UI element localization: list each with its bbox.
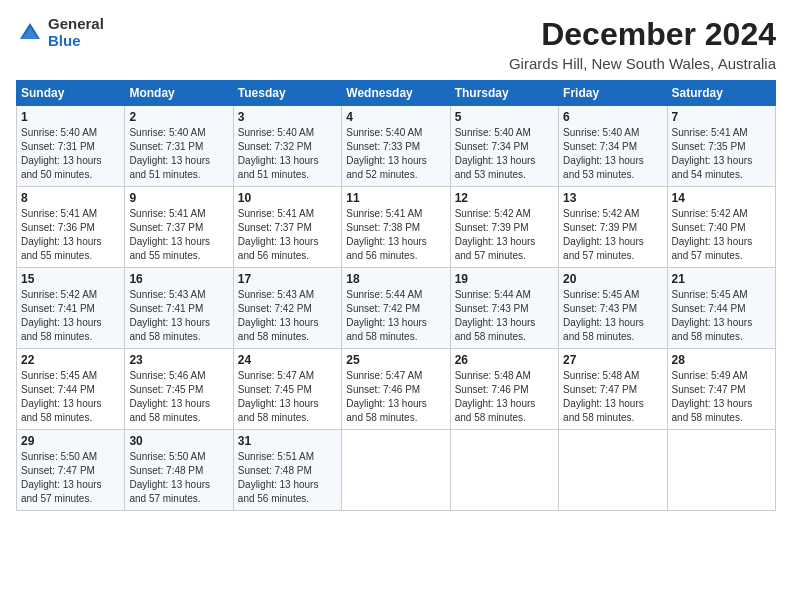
day-info: Sunrise: 5:43 AM Sunset: 7:41 PM Dayligh… [129,288,228,344]
day-number: 31 [238,434,337,448]
calendar-cell: 22Sunrise: 5:45 AM Sunset: 7:44 PM Dayli… [17,349,125,430]
day-number: 3 [238,110,337,124]
day-header-wednesday: Wednesday [342,81,450,106]
day-info: Sunrise: 5:44 AM Sunset: 7:42 PM Dayligh… [346,288,445,344]
day-number: 28 [672,353,771,367]
day-info: Sunrise: 5:51 AM Sunset: 7:48 PM Dayligh… [238,450,337,506]
day-info: Sunrise: 5:40 AM Sunset: 7:32 PM Dayligh… [238,126,337,182]
day-number: 18 [346,272,445,286]
day-number: 10 [238,191,337,205]
day-number: 26 [455,353,554,367]
day-info: Sunrise: 5:48 AM Sunset: 7:47 PM Dayligh… [563,369,662,425]
day-info: Sunrise: 5:41 AM Sunset: 7:38 PM Dayligh… [346,207,445,263]
calendar-cell: 6Sunrise: 5:40 AM Sunset: 7:34 PM Daylig… [559,106,667,187]
day-info: Sunrise: 5:40 AM Sunset: 7:31 PM Dayligh… [129,126,228,182]
day-number: 1 [21,110,120,124]
calendar-cell: 25Sunrise: 5:47 AM Sunset: 7:46 PM Dayli… [342,349,450,430]
calendar-cell: 12Sunrise: 5:42 AM Sunset: 7:39 PM Dayli… [450,187,558,268]
page-header: General Blue December 2024 Girards Hill,… [16,16,776,72]
calendar-week-row: 8Sunrise: 5:41 AM Sunset: 7:36 PM Daylig… [17,187,776,268]
calendar-cell: 11Sunrise: 5:41 AM Sunset: 7:38 PM Dayli… [342,187,450,268]
day-header-tuesday: Tuesday [233,81,341,106]
day-info: Sunrise: 5:50 AM Sunset: 7:47 PM Dayligh… [21,450,120,506]
logo-blue-text: Blue [48,33,104,50]
calendar-cell: 2Sunrise: 5:40 AM Sunset: 7:31 PM Daylig… [125,106,233,187]
day-header-friday: Friday [559,81,667,106]
location-subtitle: Girards Hill, New South Wales, Australia [509,55,776,72]
day-number: 20 [563,272,662,286]
calendar-cell: 19Sunrise: 5:44 AM Sunset: 7:43 PM Dayli… [450,268,558,349]
calendar-cell: 13Sunrise: 5:42 AM Sunset: 7:39 PM Dayli… [559,187,667,268]
logo-icon [16,19,44,47]
calendar-cell: 17Sunrise: 5:43 AM Sunset: 7:42 PM Dayli… [233,268,341,349]
day-info: Sunrise: 5:41 AM Sunset: 7:36 PM Dayligh… [21,207,120,263]
calendar-cell: 4Sunrise: 5:40 AM Sunset: 7:33 PM Daylig… [342,106,450,187]
day-header-sunday: Sunday [17,81,125,106]
day-number: 12 [455,191,554,205]
calendar-table: SundayMondayTuesdayWednesdayThursdayFrid… [16,80,776,511]
day-header-thursday: Thursday [450,81,558,106]
day-info: Sunrise: 5:46 AM Sunset: 7:45 PM Dayligh… [129,369,228,425]
day-number: 9 [129,191,228,205]
day-number: 22 [21,353,120,367]
day-header-monday: Monday [125,81,233,106]
day-info: Sunrise: 5:48 AM Sunset: 7:46 PM Dayligh… [455,369,554,425]
day-number: 24 [238,353,337,367]
title-area: December 2024 Girards Hill, New South Wa… [509,16,776,72]
day-number: 27 [563,353,662,367]
day-info: Sunrise: 5:40 AM Sunset: 7:31 PM Dayligh… [21,126,120,182]
calendar-cell: 14Sunrise: 5:42 AM Sunset: 7:40 PM Dayli… [667,187,775,268]
calendar-cell [559,430,667,511]
calendar-cell: 21Sunrise: 5:45 AM Sunset: 7:44 PM Dayli… [667,268,775,349]
calendar-cell: 3Sunrise: 5:40 AM Sunset: 7:32 PM Daylig… [233,106,341,187]
calendar-cell: 9Sunrise: 5:41 AM Sunset: 7:37 PM Daylig… [125,187,233,268]
day-number: 11 [346,191,445,205]
day-info: Sunrise: 5:42 AM Sunset: 7:40 PM Dayligh… [672,207,771,263]
day-header-saturday: Saturday [667,81,775,106]
calendar-cell: 29Sunrise: 5:50 AM Sunset: 7:47 PM Dayli… [17,430,125,511]
calendar-cell: 1Sunrise: 5:40 AM Sunset: 7:31 PM Daylig… [17,106,125,187]
month-year-title: December 2024 [509,16,776,53]
calendar-cell: 30Sunrise: 5:50 AM Sunset: 7:48 PM Dayli… [125,430,233,511]
day-info: Sunrise: 5:41 AM Sunset: 7:35 PM Dayligh… [672,126,771,182]
calendar-cell [667,430,775,511]
day-info: Sunrise: 5:44 AM Sunset: 7:43 PM Dayligh… [455,288,554,344]
day-info: Sunrise: 5:49 AM Sunset: 7:47 PM Dayligh… [672,369,771,425]
calendar-week-row: 15Sunrise: 5:42 AM Sunset: 7:41 PM Dayli… [17,268,776,349]
day-number: 5 [455,110,554,124]
logo-text: General Blue [48,16,104,49]
day-number: 16 [129,272,228,286]
day-info: Sunrise: 5:41 AM Sunset: 7:37 PM Dayligh… [129,207,228,263]
day-info: Sunrise: 5:45 AM Sunset: 7:44 PM Dayligh… [21,369,120,425]
day-number: 23 [129,353,228,367]
day-number: 7 [672,110,771,124]
day-info: Sunrise: 5:47 AM Sunset: 7:46 PM Dayligh… [346,369,445,425]
day-info: Sunrise: 5:41 AM Sunset: 7:37 PM Dayligh… [238,207,337,263]
day-info: Sunrise: 5:43 AM Sunset: 7:42 PM Dayligh… [238,288,337,344]
calendar-cell: 26Sunrise: 5:48 AM Sunset: 7:46 PM Dayli… [450,349,558,430]
day-number: 17 [238,272,337,286]
calendar-week-row: 1Sunrise: 5:40 AM Sunset: 7:31 PM Daylig… [17,106,776,187]
calendar-cell [342,430,450,511]
day-info: Sunrise: 5:40 AM Sunset: 7:34 PM Dayligh… [563,126,662,182]
calendar-cell: 5Sunrise: 5:40 AM Sunset: 7:34 PM Daylig… [450,106,558,187]
calendar-cell: 18Sunrise: 5:44 AM Sunset: 7:42 PM Dayli… [342,268,450,349]
day-number: 19 [455,272,554,286]
day-number: 14 [672,191,771,205]
calendar-cell: 8Sunrise: 5:41 AM Sunset: 7:36 PM Daylig… [17,187,125,268]
day-number: 29 [21,434,120,448]
day-info: Sunrise: 5:50 AM Sunset: 7:48 PM Dayligh… [129,450,228,506]
calendar-cell: 28Sunrise: 5:49 AM Sunset: 7:47 PM Dayli… [667,349,775,430]
day-number: 6 [563,110,662,124]
day-info: Sunrise: 5:42 AM Sunset: 7:41 PM Dayligh… [21,288,120,344]
calendar-cell [450,430,558,511]
day-number: 25 [346,353,445,367]
day-info: Sunrise: 5:45 AM Sunset: 7:44 PM Dayligh… [672,288,771,344]
calendar-cell: 7Sunrise: 5:41 AM Sunset: 7:35 PM Daylig… [667,106,775,187]
calendar-cell: 23Sunrise: 5:46 AM Sunset: 7:45 PM Dayli… [125,349,233,430]
calendar-cell: 31Sunrise: 5:51 AM Sunset: 7:48 PM Dayli… [233,430,341,511]
day-number: 8 [21,191,120,205]
calendar-cell: 27Sunrise: 5:48 AM Sunset: 7:47 PM Dayli… [559,349,667,430]
day-info: Sunrise: 5:47 AM Sunset: 7:45 PM Dayligh… [238,369,337,425]
calendar-cell: 20Sunrise: 5:45 AM Sunset: 7:43 PM Dayli… [559,268,667,349]
